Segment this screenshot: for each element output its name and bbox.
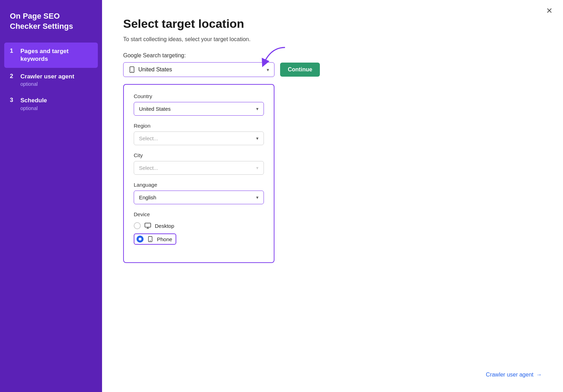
device-label: Device <box>134 211 264 217</box>
city-placeholder: Select... <box>139 165 158 171</box>
city-group: City Select... ▾ <box>134 152 264 175</box>
sidebar-item-text-2: Crawler user agent optional <box>20 73 74 87</box>
phone-radio-inner <box>139 238 141 240</box>
device-phone-option[interactable]: Phone <box>134 231 264 247</box>
sidebar-item-crawler[interactable]: 2 Crawler user agent optional <box>0 68 102 92</box>
desktop-icon <box>144 222 151 229</box>
sidebar-item-schedule[interactable]: 3 Schedule optional <box>0 92 102 116</box>
country-select[interactable]: United States ▾ <box>134 102 264 116</box>
top-select-row: United States ▾ Continue <box>123 62 542 77</box>
language-value: English <box>139 194 156 200</box>
arrow-annotation <box>250 44 292 69</box>
city-chevron: ▾ <box>256 165 259 171</box>
sidebar-item-label-3: Schedule <box>20 97 47 104</box>
phone-icon <box>147 236 153 242</box>
city-label: City <box>134 152 264 158</box>
language-group: Language English ▾ <box>134 182 264 204</box>
region-select[interactable]: Select... ▾ <box>134 131 264 145</box>
sidebar-item-number-1: 1 <box>10 47 16 54</box>
region-label: Region <box>134 123 264 129</box>
svg-rect-2 <box>145 223 151 227</box>
language-select[interactable]: English ▾ <box>134 191 264 204</box>
main-content: ✕ Select target location To start collec… <box>102 0 563 392</box>
sidebar-item-label-2: Crawler user agent <box>20 73 74 81</box>
sidebar-item-text-1: Pages and targetkeywords <box>20 47 69 63</box>
device-group: Device Desktop <box>134 211 264 247</box>
region-chevron: ▾ <box>256 136 259 141</box>
close-button[interactable]: ✕ <box>546 7 552 15</box>
city-select[interactable]: Select... ▾ <box>134 161 264 175</box>
targeting-label: Google Search targeting: <box>123 52 542 59</box>
phone-label: Phone <box>157 236 172 242</box>
crawler-link[interactable]: Crawler user agent → <box>486 372 542 378</box>
region-placeholder: Select... <box>139 135 158 141</box>
top-select-value: United States <box>138 66 172 73</box>
desktop-radio[interactable] <box>134 222 141 229</box>
sidebar-item-sublabel-2: optional <box>20 81 74 87</box>
country-chevron: ▾ <box>256 106 259 111</box>
desktop-label: Desktop <box>155 223 174 229</box>
phone-icon <box>128 66 135 73</box>
country-group: Country United States ▾ <box>134 93 264 116</box>
country-label: Country <box>134 93 264 99</box>
dropdown-panel: Country United States ▾ Region Select...… <box>123 84 274 263</box>
language-chevron: ▾ <box>256 195 259 200</box>
phone-option-box: Phone <box>134 233 176 245</box>
page-subtitle: To start collecting ideas, select your t… <box>123 36 542 43</box>
sidebar-item-number-2: 2 <box>10 73 16 80</box>
page-title: Select target location <box>123 17 542 31</box>
sidebar: On Page SEOChecker Settings 1 Pages and … <box>0 0 102 392</box>
device-desktop-option[interactable]: Desktop <box>134 220 264 231</box>
region-group: Region Select... ▾ <box>134 123 264 145</box>
phone-radio[interactable] <box>137 236 144 243</box>
crawler-link-arrow: → <box>536 372 542 378</box>
sidebar-item-label-1: Pages and targetkeywords <box>20 47 69 63</box>
crawler-link-label: Crawler user agent <box>486 372 533 378</box>
sidebar-item-number-3: 3 <box>10 97 16 104</box>
language-label: Language <box>134 182 264 188</box>
sidebar-title: On Page SEOChecker Settings <box>0 11 102 43</box>
sidebar-item-text-3: Schedule optional <box>20 97 47 111</box>
country-value: United States <box>139 106 171 112</box>
sidebar-item-pages[interactable]: 1 Pages and targetkeywords <box>4 43 98 68</box>
sidebar-item-sublabel-3: optional <box>20 105 47 111</box>
